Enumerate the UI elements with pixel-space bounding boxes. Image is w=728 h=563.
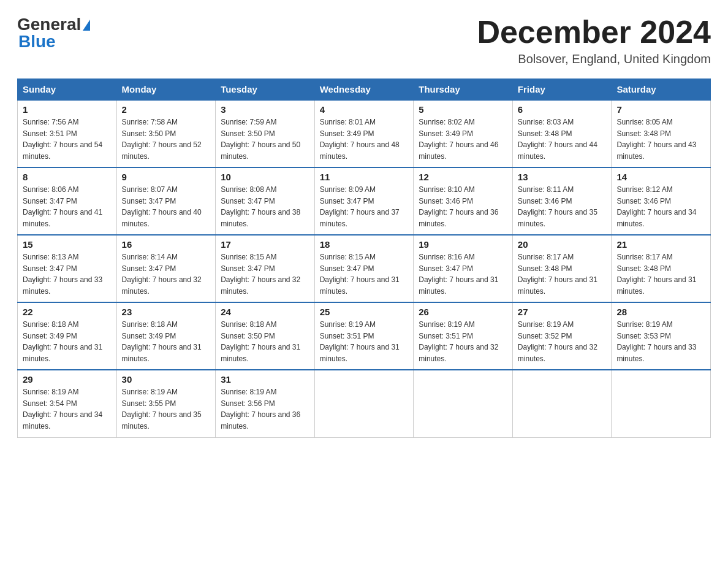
calendar-cell: 19 Sunrise: 8:16 AMSunset: 3:47 PMDaylig… xyxy=(414,235,513,302)
page-header: General Blue December 2024 Bolsover, Eng… xyxy=(17,15,711,66)
day-number: 18 xyxy=(320,239,409,250)
calendar-cell: 5 Sunrise: 8:02 AMSunset: 3:49 PMDayligh… xyxy=(414,100,513,167)
day-number: 16 xyxy=(122,239,211,250)
day-number: 5 xyxy=(419,104,507,115)
calendar-header-tuesday: Tuesday xyxy=(216,79,315,101)
calendar-cell: 14 Sunrise: 8:12 AMSunset: 3:46 PMDaylig… xyxy=(612,167,711,235)
day-number: 29 xyxy=(23,374,112,385)
calendar-cell: 27 Sunrise: 8:19 AMSunset: 3:52 PMDaylig… xyxy=(512,302,612,370)
calendar-cell: 25 Sunrise: 8:19 AMSunset: 3:51 PMDaylig… xyxy=(314,302,414,370)
day-info: Sunrise: 8:18 AMSunset: 3:50 PMDaylight:… xyxy=(221,319,309,364)
day-number: 21 xyxy=(616,239,705,250)
day-info: Sunrise: 8:18 AMSunset: 3:49 PMDaylight:… xyxy=(23,319,112,364)
month-title: December 2024 xyxy=(477,15,711,50)
day-info: Sunrise: 8:11 AMSunset: 3:46 PMDaylight:… xyxy=(518,184,607,229)
day-number: 2 xyxy=(122,104,211,115)
calendar-week-4: 22 Sunrise: 8:18 AMSunset: 3:49 PMDaylig… xyxy=(18,302,711,370)
day-number: 25 xyxy=(320,307,409,317)
day-info: Sunrise: 8:08 AMSunset: 3:47 PMDaylight:… xyxy=(221,184,309,229)
calendar-cell: 7 Sunrise: 8:05 AMSunset: 3:48 PMDayligh… xyxy=(612,100,711,167)
calendar-cell xyxy=(512,370,612,437)
day-number: 11 xyxy=(320,172,409,182)
calendar-header-sunday: Sunday xyxy=(18,79,117,101)
calendar-cell: 28 Sunrise: 8:19 AMSunset: 3:53 PMDaylig… xyxy=(612,302,711,370)
day-info: Sunrise: 8:17 AMSunset: 3:48 PMDaylight:… xyxy=(518,251,607,297)
calendar-week-5: 29 Sunrise: 8:19 AMSunset: 3:54 PMDaylig… xyxy=(18,370,711,437)
day-info: Sunrise: 7:59 AMSunset: 3:50 PMDaylight:… xyxy=(221,117,309,162)
day-info: Sunrise: 8:16 AMSunset: 3:47 PMDaylight:… xyxy=(419,251,507,297)
day-number: 3 xyxy=(221,104,309,115)
day-number: 4 xyxy=(320,104,409,115)
calendar-week-2: 8 Sunrise: 8:06 AMSunset: 3:47 PMDayligh… xyxy=(18,167,711,235)
calendar-table: SundayMondayTuesdayWednesdayThursdayFrid… xyxy=(17,79,711,438)
calendar-cell: 13 Sunrise: 8:11 AMSunset: 3:46 PMDaylig… xyxy=(512,167,612,235)
calendar-cell: 20 Sunrise: 8:17 AMSunset: 3:48 PMDaylig… xyxy=(512,235,612,302)
calendar-cell: 26 Sunrise: 8:19 AMSunset: 3:51 PMDaylig… xyxy=(414,302,513,370)
calendar-cell: 11 Sunrise: 8:09 AMSunset: 3:47 PMDaylig… xyxy=(314,167,414,235)
day-info: Sunrise: 8:13 AMSunset: 3:47 PMDaylight:… xyxy=(23,251,112,297)
day-info: Sunrise: 8:14 AMSunset: 3:47 PMDaylight:… xyxy=(122,251,211,297)
day-info: Sunrise: 8:02 AMSunset: 3:49 PMDaylight:… xyxy=(419,117,507,162)
day-number: 26 xyxy=(419,307,507,317)
day-info: Sunrise: 8:15 AMSunset: 3:47 PMDaylight:… xyxy=(320,251,409,297)
day-number: 7 xyxy=(616,104,705,115)
day-number: 20 xyxy=(518,239,607,250)
day-number: 9 xyxy=(122,172,211,182)
day-info: Sunrise: 8:06 AMSunset: 3:47 PMDaylight:… xyxy=(23,184,112,229)
day-number: 19 xyxy=(419,239,507,250)
day-number: 15 xyxy=(23,239,112,250)
calendar-body: 1 Sunrise: 7:56 AMSunset: 3:51 PMDayligh… xyxy=(18,100,711,437)
calendar-cell: 17 Sunrise: 8:15 AMSunset: 3:47 PMDaylig… xyxy=(216,235,315,302)
day-info: Sunrise: 8:10 AMSunset: 3:46 PMDaylight:… xyxy=(419,184,507,229)
calendar-week-1: 1 Sunrise: 7:56 AMSunset: 3:51 PMDayligh… xyxy=(18,100,711,167)
calendar-cell: 22 Sunrise: 8:18 AMSunset: 3:49 PMDaylig… xyxy=(18,302,117,370)
day-number: 24 xyxy=(221,307,309,317)
day-number: 22 xyxy=(23,307,112,317)
calendar-cell: 3 Sunrise: 7:59 AMSunset: 3:50 PMDayligh… xyxy=(216,100,315,167)
calendar-cell: 23 Sunrise: 8:18 AMSunset: 3:49 PMDaylig… xyxy=(116,302,216,370)
day-info: Sunrise: 8:19 AMSunset: 3:51 PMDaylight:… xyxy=(419,319,507,364)
day-info: Sunrise: 8:19 AMSunset: 3:51 PMDaylight:… xyxy=(320,319,409,364)
calendar-cell: 8 Sunrise: 8:06 AMSunset: 3:47 PMDayligh… xyxy=(18,167,117,235)
day-info: Sunrise: 8:07 AMSunset: 3:47 PMDaylight:… xyxy=(122,184,211,229)
calendar-cell: 16 Sunrise: 8:14 AMSunset: 3:47 PMDaylig… xyxy=(116,235,216,302)
day-number: 28 xyxy=(616,307,705,317)
day-info: Sunrise: 8:19 AMSunset: 3:54 PMDaylight:… xyxy=(23,386,112,432)
day-number: 31 xyxy=(221,374,309,385)
calendar-cell: 9 Sunrise: 8:07 AMSunset: 3:47 PMDayligh… xyxy=(116,167,216,235)
calendar-cell: 15 Sunrise: 8:13 AMSunset: 3:47 PMDaylig… xyxy=(18,235,117,302)
logo: General Blue xyxy=(17,15,90,52)
day-info: Sunrise: 8:18 AMSunset: 3:49 PMDaylight:… xyxy=(122,319,211,364)
calendar-cell: 6 Sunrise: 8:03 AMSunset: 3:48 PMDayligh… xyxy=(512,100,612,167)
day-number: 13 xyxy=(518,172,607,182)
day-info: Sunrise: 8:01 AMSunset: 3:49 PMDaylight:… xyxy=(320,117,409,162)
title-block: December 2024 Bolsover, England, United … xyxy=(477,15,711,66)
day-number: 10 xyxy=(221,172,309,182)
day-number: 14 xyxy=(616,172,705,182)
calendar-cell xyxy=(414,370,513,437)
day-info: Sunrise: 8:12 AMSunset: 3:46 PMDaylight:… xyxy=(616,184,705,229)
day-info: Sunrise: 8:19 AMSunset: 3:55 PMDaylight:… xyxy=(122,386,211,432)
day-number: 17 xyxy=(221,239,309,250)
calendar-cell: 10 Sunrise: 8:08 AMSunset: 3:47 PMDaylig… xyxy=(216,167,315,235)
calendar-cell xyxy=(314,370,414,437)
day-info: Sunrise: 8:17 AMSunset: 3:48 PMDaylight:… xyxy=(616,251,705,297)
calendar-cell: 1 Sunrise: 7:56 AMSunset: 3:51 PMDayligh… xyxy=(18,100,117,167)
location-text: Bolsover, England, United Kingdom xyxy=(477,52,711,66)
logo-triangle-icon xyxy=(83,20,90,31)
calendar-cell: 21 Sunrise: 8:17 AMSunset: 3:48 PMDaylig… xyxy=(612,235,711,302)
day-number: 6 xyxy=(518,104,607,115)
day-number: 12 xyxy=(419,172,507,182)
day-info: Sunrise: 8:19 AMSunset: 3:53 PMDaylight:… xyxy=(616,319,705,364)
day-info: Sunrise: 8:19 AMSunset: 3:52 PMDaylight:… xyxy=(518,319,607,364)
calendar-cell: 4 Sunrise: 8:01 AMSunset: 3:49 PMDayligh… xyxy=(314,100,414,167)
day-number: 30 xyxy=(122,374,211,385)
day-info: Sunrise: 8:19 AMSunset: 3:56 PMDaylight:… xyxy=(221,386,309,432)
day-info: Sunrise: 8:05 AMSunset: 3:48 PMDaylight:… xyxy=(616,117,705,162)
calendar-header-saturday: Saturday xyxy=(612,79,711,101)
day-number: 27 xyxy=(518,307,607,317)
day-info: Sunrise: 8:09 AMSunset: 3:47 PMDaylight:… xyxy=(320,184,409,229)
calendar-header-friday: Friday xyxy=(512,79,612,101)
calendar-cell: 2 Sunrise: 7:58 AMSunset: 3:50 PMDayligh… xyxy=(116,100,216,167)
logo-blue-text: Blue xyxy=(18,32,56,52)
